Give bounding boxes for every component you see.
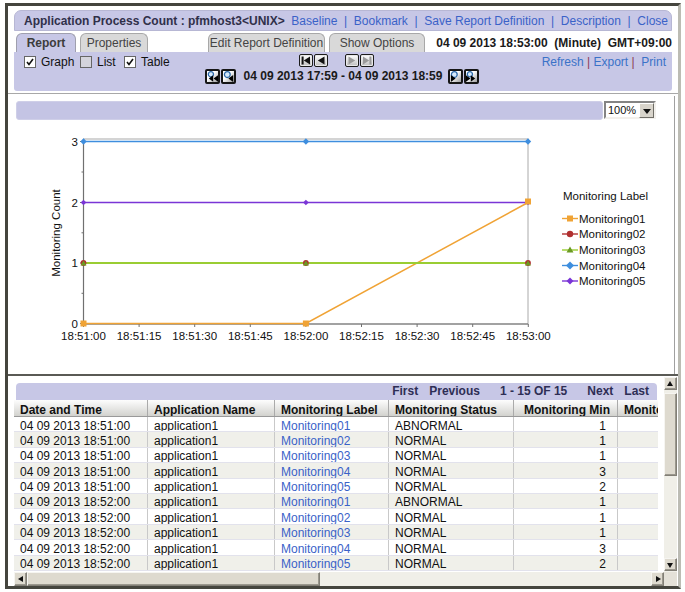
svg-text:Monitoring Label: Monitoring Label bbox=[563, 190, 648, 202]
svg-text:Monitoring Count: Monitoring Count bbox=[50, 188, 62, 276]
svg-text:0: 0 bbox=[72, 318, 78, 330]
svg-text:18:52:45: 18:52:45 bbox=[450, 330, 495, 342]
svg-text:Monitoring02: Monitoring02 bbox=[579, 228, 645, 240]
svg-text:18:51:45: 18:51:45 bbox=[228, 330, 273, 342]
svg-text:Monitoring03: Monitoring03 bbox=[579, 244, 645, 256]
svg-text:18:51:15: 18:51:15 bbox=[117, 330, 162, 342]
svg-text:1: 1 bbox=[72, 257, 78, 269]
svg-text:2: 2 bbox=[72, 197, 78, 209]
svg-text:18:52:00: 18:52:00 bbox=[284, 330, 329, 342]
svg-text:18:52:15: 18:52:15 bbox=[339, 330, 384, 342]
svg-text:Monitoring01: Monitoring01 bbox=[579, 213, 645, 225]
svg-text:18:51:00: 18:51:00 bbox=[61, 330, 106, 342]
svg-text:18:53:00: 18:53:00 bbox=[506, 330, 551, 342]
svg-text:18:52:30: 18:52:30 bbox=[395, 330, 440, 342]
svg-text:Monitoring05: Monitoring05 bbox=[579, 275, 645, 287]
svg-text:Monitoring04: Monitoring04 bbox=[579, 260, 646, 272]
svg-text:18:51:30: 18:51:30 bbox=[172, 330, 217, 342]
svg-text:3: 3 bbox=[72, 136, 78, 148]
